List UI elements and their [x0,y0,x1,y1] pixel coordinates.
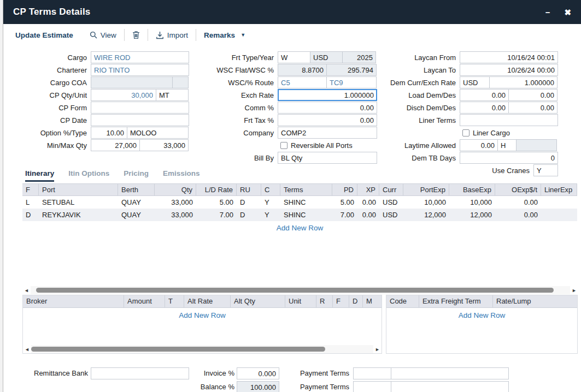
dem-exch-rate-input[interactable] [489,76,557,88]
comm-pct-input[interactable] [278,102,377,114]
reversible-all-ports-checkbox[interactable] [280,142,287,149]
itinerary-scroll-track[interactable] [31,286,570,294]
liner-cargo-checkbox[interactable] [462,129,470,136]
table-cell[interactable]: D [237,209,261,221]
payment-terms-desc-input-2[interactable] [391,381,509,392]
table-cell[interactable]: 33,000 [155,209,196,221]
table-cell[interactable]: REYKJAVIK [39,209,118,221]
scroll-right-icon[interactable]: ► [570,288,578,293]
use-cranes-row: Use Cranes [383,164,558,176]
delete-button[interactable] [132,31,140,39]
table-cell[interactable]: 5.00 [196,196,237,209]
company-input[interactable] [278,127,377,139]
table-cell[interactable] [541,209,577,221]
laytime-unit-input[interactable] [497,139,517,151]
table-cell[interactable]: QUAY [118,209,155,221]
cp-form-input[interactable] [91,102,189,114]
wsc-route-1-input[interactable] [278,76,327,88]
payment-terms-code-input-2[interactable] [353,381,391,392]
payment-terms-code-input[interactable] [353,367,391,379]
table-cell[interactable]: SHINC [280,196,332,209]
broker-scroll-thumb[interactable] [31,347,325,352]
remarks-dropdown[interactable]: Remarks ▼ [204,31,245,39]
close-icon[interactable]: ✖ [564,8,571,16]
charterer-input[interactable] [91,64,189,76]
table-row[interactable]: LSETUBALQUAY33,0005.00DYSHINC5.000.00USD… [22,196,577,209]
table-cell[interactable]: 5.00 [332,196,357,209]
wsc-route-2-input[interactable] [326,76,377,88]
scroll-left-icon[interactable]: ◄ [23,347,31,352]
tab-itin-options[interactable]: Itin Options [68,169,109,182]
table-cell[interactable]: SETUBAL [39,196,118,209]
frt-type-input[interactable] [278,51,310,63]
liner-cargo-row: Liner Cargo [383,127,558,139]
tab-itinerary[interactable]: Itinerary [25,169,54,182]
table-cell[interactable]: 0.00 [357,196,379,209]
dem-tb-days-input[interactable] [460,152,558,164]
table-cell[interactable]: Y [261,196,280,209]
table-cell[interactable] [541,196,577,209]
table-cell[interactable]: 0.00 [357,209,379,221]
option-pct-input[interactable] [91,127,127,139]
tab-emissions[interactable]: Emissions [163,169,200,182]
table-cell[interactable]: 7.00 [196,209,237,221]
scroll-left-icon[interactable]: ◄ [22,288,31,293]
table-cell[interactable]: 12,000 [449,209,495,221]
tab-pricing[interactable]: Pricing [124,169,149,182]
table-cell[interactable]: 10,000 [449,196,495,209]
minimize-icon[interactable]: − [545,8,550,16]
cp-unit-input[interactable] [156,89,189,101]
invoice-pct-input[interactable] [237,367,279,379]
frt-tax-input[interactable] [278,114,377,126]
disch-des-input[interactable] [508,102,557,114]
option-type-input[interactable] [127,127,189,139]
cp-qty-input[interactable] [91,89,156,101]
broker-add-new-row[interactable]: Add New Row [23,311,382,320]
exch-rate-input[interactable] [278,89,377,101]
invoice-pct-label: Invoice % [191,367,234,379]
table-cell[interactable]: QUAY [118,196,155,209]
table-cell[interactable]: D [237,196,261,209]
laycan-from-input[interactable] [460,51,558,63]
load-des-input[interactable] [508,89,557,101]
liner-terms-input[interactable] [460,114,558,126]
cargo-input[interactable] [91,51,189,63]
wsc-route-label: WSC/% Route [195,79,274,87]
import-button[interactable]: Import [156,31,188,39]
remittance-bank-input[interactable] [91,367,189,379]
table-cell[interactable]: 0.00 [495,196,541,209]
dem-tb-days-label: Dem TB Days [383,154,456,162]
laytime-allowed-input[interactable] [460,139,498,151]
table-cell[interactable]: SHINC [280,209,332,221]
table-cell[interactable]: 33,000 [155,196,196,209]
table-cell[interactable]: 12,000 [403,209,449,221]
table-row[interactable]: DREYKJAVIKQUAY33,0007.00DYSHINC7.000.00U… [22,209,577,221]
load-dem-input[interactable] [460,89,509,101]
dem-curr-input[interactable] [460,76,490,88]
max-qty-input[interactable] [139,139,189,151]
itinerary-scroll-thumb[interactable] [36,288,554,293]
itinerary-add-new-row[interactable]: Add New Row [22,223,577,233]
view-button[interactable]: View [90,31,116,39]
laycan-to-input[interactable] [460,64,558,76]
table-cell[interactable]: Y [261,209,280,221]
table-cell[interactable]: USD [379,196,403,209]
table-cell[interactable]: USD [379,209,403,221]
table-cell[interactable]: 10,000 [403,196,449,209]
column-header: Amount [124,295,165,307]
update-estimate-button[interactable]: Update Estimate [15,31,73,39]
table-cell[interactable]: 0.00 [495,209,541,221]
scroll-right-icon[interactable]: ► [373,347,382,352]
payment-terms-desc-input[interactable] [391,367,509,379]
bill-by-input[interactable] [278,152,377,164]
toolbar-divider [148,29,148,41]
disch-dem-input[interactable] [460,102,509,114]
table-cell[interactable]: L [22,196,39,209]
min-qty-input[interactable] [91,139,140,151]
extra-freight-add-new-row[interactable]: Add New Row [386,311,577,320]
use-cranes-input[interactable] [533,164,558,176]
cp-date-input[interactable] [91,114,189,126]
broker-scroll-track[interactable] [31,345,373,353]
table-cell[interactable]: D [22,209,39,221]
table-cell[interactable]: 7.00 [332,209,357,221]
